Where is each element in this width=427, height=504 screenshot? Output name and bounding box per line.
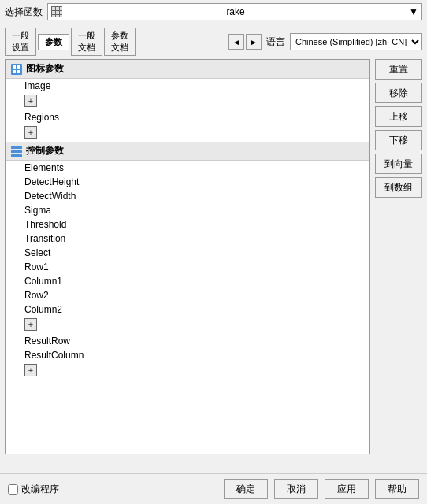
control-add-btn[interactable]: +	[24, 318, 37, 331]
grid-icon	[51, 6, 62, 17]
list-item[interactable]: Elements	[6, 161, 369, 175]
tab-params[interactable]: 参数	[38, 34, 69, 50]
list-item[interactable]: Select	[6, 246, 369, 260]
tab-general-docs[interactable]: 一般文档	[71, 28, 102, 56]
list-item[interactable]: Sigma	[6, 203, 369, 217]
list-item[interactable]: Regions	[6, 110, 369, 124]
params-panel: 图标参数 Image + Regions + 控制参数 Elements Det…	[5, 59, 370, 454]
apply-button[interactable]: 应用	[325, 479, 369, 499]
list-item[interactable]: DetectHeight	[6, 175, 369, 189]
regions-add-btn[interactable]: +	[24, 126, 37, 139]
list-item[interactable]: Image	[6, 79, 369, 93]
dropdown-arrow: ▼	[409, 6, 418, 17]
function-select[interactable]: rake ▼	[47, 3, 422, 20]
main-area: 图标参数 Image + Regions + 控制参数 Elements Det…	[0, 56, 427, 458]
list-item[interactable]: Row2	[6, 288, 369, 302]
regions-add-row: +	[6, 124, 369, 142]
edit-program-label[interactable]: 改编程序	[21, 483, 59, 496]
nav-forward-btn[interactable]: ►	[246, 34, 262, 50]
remove-button[interactable]: 移除	[375, 83, 422, 103]
top-bar: 选择函数 rake ▼	[0, 0, 427, 24]
bottom-bar: 改编程序 确定 取消 应用 帮助	[0, 473, 427, 504]
down-button[interactable]: 下移	[375, 130, 422, 150]
list-item[interactable]: Row1	[6, 260, 369, 274]
svg-rect-4	[17, 70, 20, 73]
icon-params-icon	[10, 63, 23, 76]
checkbox-area: 改编程序	[8, 483, 217, 496]
language-label: 语言	[266, 35, 285, 49]
control-params-icon	[10, 145, 23, 158]
nav-arrows: ◄ ►	[228, 34, 262, 50]
to-vector-button[interactable]: 到向量	[375, 154, 422, 174]
svg-rect-1	[13, 65, 16, 69]
svg-rect-6	[11, 150, 22, 153]
to-group-button[interactable]: 到数组	[375, 177, 422, 198]
function-select-value: rake	[226, 6, 244, 17]
icon-params-header: 图标参数	[6, 60, 369, 79]
help-button[interactable]: 帮助	[375, 479, 419, 499]
svg-rect-2	[17, 65, 20, 69]
list-item[interactable]: Threshold	[6, 217, 369, 232]
list-item[interactable]: ResultRow	[6, 334, 369, 348]
edit-program-checkbox[interactable]	[8, 484, 18, 495]
control-add-row: +	[6, 317, 369, 334]
ok-button[interactable]: 确定	[224, 479, 268, 499]
language-select[interactable]: Chinese (Simplified) [zh_CN]	[290, 33, 422, 50]
reset-button[interactable]: 重置	[375, 59, 422, 80]
list-item[interactable]: Transition	[6, 232, 369, 246]
cancel-button[interactable]: 取消	[274, 479, 318, 499]
image-add-row: +	[6, 93, 369, 110]
right-panel: 重置 移除 上移 下移 到向量 到数组	[375, 59, 422, 454]
control-params-title: 控制参数	[26, 144, 64, 158]
svg-rect-5	[11, 146, 22, 149]
control-params-header: 控制参数	[6, 142, 369, 161]
select-function-label: 选择函数	[5, 6, 43, 19]
tabs-row: 一般设置 参数 一般文档 参数文档 ◄ ► 语言 Chinese (Simpli…	[0, 24, 427, 56]
svg-rect-7	[11, 154, 22, 157]
up-button[interactable]: 上移	[375, 106, 422, 127]
icon-params-title: 图标参数	[26, 62, 64, 76]
nav-back-btn[interactable]: ◄	[228, 34, 244, 50]
list-item[interactable]: DetectWidth	[6, 189, 369, 203]
list-item[interactable]: Column2	[6, 302, 369, 317]
list-item[interactable]: Column1	[6, 274, 369, 288]
tab-general-settings[interactable]: 一般设置	[5, 28, 36, 56]
result-add-btn[interactable]: +	[24, 364, 37, 376]
svg-rect-3	[13, 70, 16, 73]
language-area: ◄ ► 语言 Chinese (Simplified) [zh_CN]	[228, 33, 422, 50]
image-add-btn[interactable]: +	[24, 94, 37, 107]
tab-params-docs[interactable]: 参数文档	[104, 28, 136, 56]
list-item[interactable]: ResultColumn	[6, 348, 369, 362]
result-add-row: +	[6, 362, 369, 380]
